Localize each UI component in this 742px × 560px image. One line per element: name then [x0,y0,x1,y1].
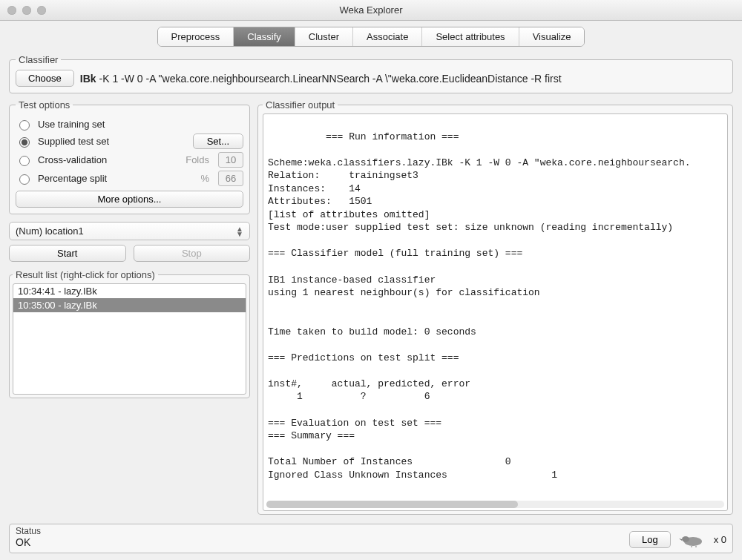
label-folds: Folds [177,154,209,165]
result-list-item[interactable]: 10:35:00 - lazy.IBk [13,298,246,312]
weka-bird-icon [678,533,706,547]
result-list-legend: Result list (right-click for options) [13,269,158,280]
label-supplied-test-set: Supplied test set [38,136,187,147]
set-test-set-button[interactable]: Set... [193,134,243,149]
log-button[interactable]: Log [629,531,671,548]
classifier-algo-name: IBk [80,73,96,85]
main-tabbar: Preprocess Classify Cluster Associate Se… [0,27,742,47]
test-options-legend: Test options [16,99,73,111]
radio-cross-validation[interactable] [19,156,30,166]
scrollbar-thumb[interactable] [266,501,518,508]
titlebar: Weka Explorer [0,0,742,21]
test-options-panel: Test options Use training set Supplied t… [9,99,250,214]
status-counter: x 0 [714,534,726,545]
classifier-algo-args: -K 1 -W 0 -A "weka.core.neighboursearch.… [96,73,562,85]
tab-cluster[interactable]: Cluster [295,27,353,46]
label-percent: % [177,173,209,184]
radio-percentage-split[interactable] [19,174,30,185]
classifier-output-text[interactable]: === Run information === Scheme:weka.clas… [263,113,728,511]
classifier-panel: Classifier Choose IBk -K 1 -W 0 -A "weka… [9,54,733,93]
radio-supplied-test-set[interactable] [19,137,30,148]
result-list-item[interactable]: 10:34:41 - lazy.IBk [13,284,246,298]
tab-select-attributes[interactable]: Select attributes [422,27,519,46]
label-percentage-split: Percentage split [38,173,171,184]
choose-classifier-button[interactable]: Choose [16,70,74,87]
dropdown-arrows-icon: ▲▼ [236,226,243,237]
start-button[interactable]: Start [9,245,126,262]
input-percentage[interactable]: 66 [218,171,243,186]
label-use-training-set: Use training set [38,119,243,130]
classifier-legend: Classifier [16,54,61,65]
result-list-panel: Result list (right-click for options) 10… [9,269,250,398]
classifier-output-legend: Classifier output [263,99,338,111]
window-title: Weka Explorer [0,4,742,16]
status-value: OK [16,536,41,548]
tab-associate[interactable]: Associate [353,27,422,46]
more-options-button[interactable]: More options... [16,191,243,208]
radio-use-training-set[interactable] [19,120,30,131]
status-bar: Status OK Log x 0 [9,524,733,553]
output-text-content: === Run information === Scheme:weka.clas… [268,131,691,481]
label-cross-validation: Cross-validation [38,154,171,165]
tab-visualize[interactable]: Visualize [519,27,585,46]
stop-button[interactable]: Stop [134,245,251,262]
tab-preprocess[interactable]: Preprocess [158,27,234,46]
result-list[interactable]: 10:34:41 - lazy.IBk10:35:00 - lazy.IBk [13,283,246,395]
input-folds[interactable]: 10 [218,152,243,168]
tab-classify[interactable]: Classify [234,27,295,46]
status-legend: Status [16,526,41,536]
classifier-command-line[interactable]: IBk -K 1 -W 0 -A "weka.core.neighboursea… [80,73,726,85]
class-attribute-select[interactable]: (Num) location1 ▲▼ [9,222,250,240]
classifier-output-panel: Classifier output === Run information ==… [257,99,733,515]
output-horizontal-scrollbar[interactable] [266,501,724,508]
class-attribute-value: (Num) location1 [16,225,84,237]
svg-point-1 [682,536,689,542]
